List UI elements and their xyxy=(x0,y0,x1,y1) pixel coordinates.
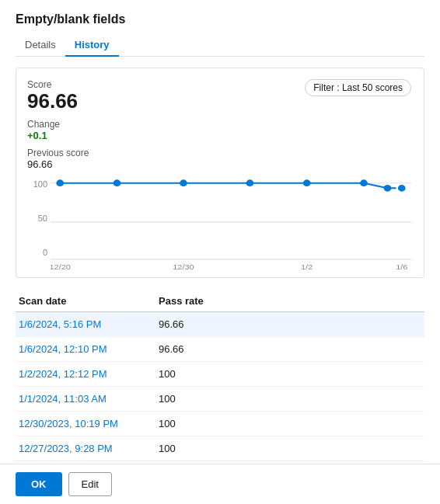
y-label-50: 50 xyxy=(27,214,47,223)
score-value: 96.66 xyxy=(27,90,89,113)
ok-button[interactable]: OK xyxy=(16,472,62,496)
row-pass: 100 xyxy=(159,443,421,454)
tab-history[interactable]: History xyxy=(65,34,119,57)
change-value: +0.1 xyxy=(27,130,89,141)
score-label: Score xyxy=(27,79,89,90)
svg-text:1/6: 1/6 xyxy=(396,262,407,269)
row-date: 1/6/2024, 5:16 PM xyxy=(19,318,159,330)
row-date: 1/6/2024, 12:10 PM xyxy=(19,343,159,355)
table-row: 12/27/2023, 9:28 PM 100 xyxy=(16,436,424,461)
table-row: 1/6/2024, 12:10 PM 96.66 xyxy=(16,337,424,362)
table-header: Scan date Pass rate xyxy=(16,290,424,312)
table-row: 1/1/2024, 11:03 AM 100 xyxy=(16,387,424,412)
tab-bar: Details History xyxy=(16,34,424,57)
footer: OK Edit xyxy=(0,464,440,504)
row-date: 1/2/2024, 12:12 PM xyxy=(19,368,159,380)
row-date: 12/30/2023, 10:19 PM xyxy=(19,418,159,429)
svg-point-8 xyxy=(360,179,368,186)
y-axis: 100 50 0 xyxy=(27,176,51,269)
svg-text:1/2: 1/2 xyxy=(301,262,313,269)
y-label-100: 100 xyxy=(27,179,47,189)
chart-plot: 12/20 12/30 1/2 1/6 xyxy=(51,176,411,269)
edit-button[interactable]: Edit xyxy=(68,472,112,496)
row-pass: 96.66 xyxy=(159,343,421,355)
filter-button[interactable]: Filter : Last 50 scores xyxy=(305,79,411,96)
table-row: 1/2/2024, 12:12 PM 100 xyxy=(16,362,424,387)
y-label-0: 0 xyxy=(27,248,47,257)
row-pass: 100 xyxy=(159,418,421,429)
svg-text:12/20: 12/20 xyxy=(51,262,71,269)
svg-point-4 xyxy=(113,179,121,186)
row-pass: 100 xyxy=(159,393,421,405)
table-row: 12/30/2023, 10:19 PM 100 xyxy=(16,412,424,436)
prev-label: Previous score xyxy=(27,148,89,158)
svg-point-3 xyxy=(56,179,64,186)
row-date: 12/27/2023, 9:28 PM xyxy=(19,443,159,454)
svg-point-7 xyxy=(303,179,311,186)
change-label: Change xyxy=(27,119,89,130)
prev-value: 96.66 xyxy=(27,158,89,170)
tab-details[interactable]: Details xyxy=(16,34,65,57)
svg-point-9 xyxy=(384,185,392,192)
page-title: Empty/blank fields xyxy=(16,12,424,26)
table-row: 1/6/2024, 5:16 PM 96.66 xyxy=(16,312,424,337)
chart-card: Score 96.66 Change +0.1 Previous score 9… xyxy=(16,68,424,278)
col-date-header: Scan date xyxy=(19,295,159,307)
svg-point-10 xyxy=(397,183,407,192)
row-date: 1/1/2024, 11:03 AM xyxy=(19,393,159,405)
row-pass: 100 xyxy=(159,368,421,380)
chart-svg: 12/20 12/30 1/2 1/6 xyxy=(51,176,411,269)
svg-text:12/30: 12/30 xyxy=(173,262,194,269)
row-pass: 96.66 xyxy=(159,318,421,330)
score-section: Score 96.66 Change +0.1 Previous score 9… xyxy=(27,79,89,170)
svg-point-5 xyxy=(180,179,187,186)
svg-point-6 xyxy=(246,179,254,186)
chart-area: 100 50 0 xyxy=(27,176,411,269)
col-pass-header: Pass rate xyxy=(159,295,421,307)
